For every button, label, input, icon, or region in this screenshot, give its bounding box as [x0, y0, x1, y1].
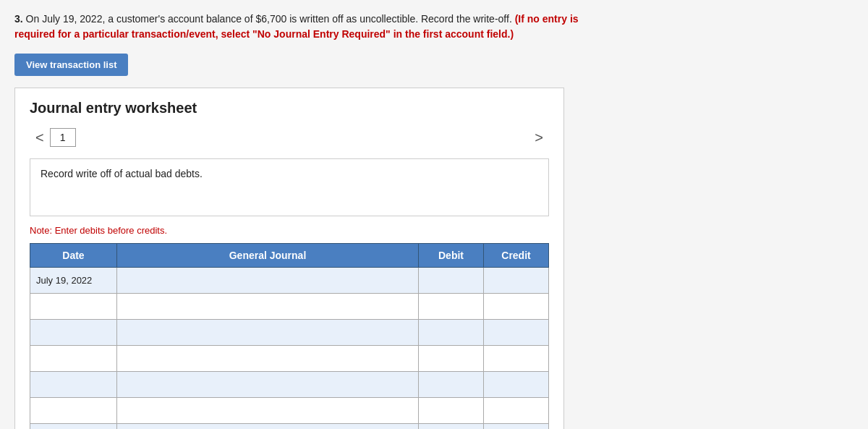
worksheet-title: Journal entry worksheet [30, 100, 549, 116]
cell-date[interactable] [30, 372, 117, 398]
cell-journal[interactable] [117, 398, 419, 424]
table-row [30, 320, 549, 346]
table-row: July 19, 2022 [30, 268, 549, 294]
cell-debit[interactable] [419, 424, 484, 430]
cell-date[interactable] [30, 294, 117, 320]
table-row [30, 398, 549, 424]
view-transaction-list-button[interactable]: View transaction list [14, 54, 128, 76]
cell-debit[interactable] [419, 268, 484, 294]
cell-journal[interactable] [117, 268, 419, 294]
table-row [30, 346, 549, 372]
cell-date[interactable] [30, 346, 117, 372]
note-text: Note: Enter debits before credits. [30, 225, 549, 236]
journal-table: Date General Journal Debit Credit July 1… [30, 243, 549, 429]
cell-date[interactable] [30, 320, 117, 346]
cell-date[interactable] [30, 398, 117, 424]
description-text: Record write off of actual bad debts. [41, 168, 203, 179]
problem-number: 3. [14, 13, 23, 25]
cell-credit[interactable] [484, 424, 549, 430]
prev-arrow-button[interactable]: < [30, 129, 50, 146]
cell-debit[interactable] [419, 346, 484, 372]
cell-journal[interactable] [117, 424, 419, 430]
next-arrow-button[interactable]: > [529, 129, 549, 146]
cell-debit[interactable] [419, 372, 484, 398]
cell-journal[interactable] [117, 294, 419, 320]
cell-debit[interactable] [419, 398, 484, 424]
cell-credit[interactable] [484, 320, 549, 346]
cell-credit[interactable] [484, 294, 549, 320]
cell-credit[interactable] [484, 398, 549, 424]
cell-debit[interactable] [419, 294, 484, 320]
cell-journal[interactable] [117, 320, 419, 346]
cell-credit[interactable] [484, 346, 549, 372]
cell-date[interactable] [30, 424, 117, 430]
cell-credit[interactable] [484, 268, 549, 294]
nav-row: < 1 > [30, 128, 549, 147]
table-row [30, 294, 549, 320]
problem-main-text: On July 19, 2022, a customer's account b… [26, 13, 512, 25]
worksheet-container: Journal entry worksheet < 1 > Record wri… [14, 88, 564, 429]
header-credit: Credit [484, 244, 549, 268]
table-row [30, 424, 549, 430]
cell-journal[interactable] [117, 346, 419, 372]
tab-number: 1 [50, 128, 76, 147]
cell-journal[interactable] [117, 372, 419, 398]
cell-date[interactable]: July 19, 2022 [30, 268, 117, 294]
cell-credit[interactable] [484, 372, 549, 398]
header-date: Date [30, 244, 117, 268]
header-debit: Debit [419, 244, 484, 268]
problem-statement: 3. On July 19, 2022, a customer's accoun… [14, 12, 854, 42]
table-row [30, 372, 549, 398]
description-box: Record write off of actual bad debts. [30, 158, 549, 216]
cell-debit[interactable] [419, 320, 484, 346]
table-header-row: Date General Journal Debit Credit [30, 244, 549, 268]
header-general-journal: General Journal [117, 244, 419, 268]
